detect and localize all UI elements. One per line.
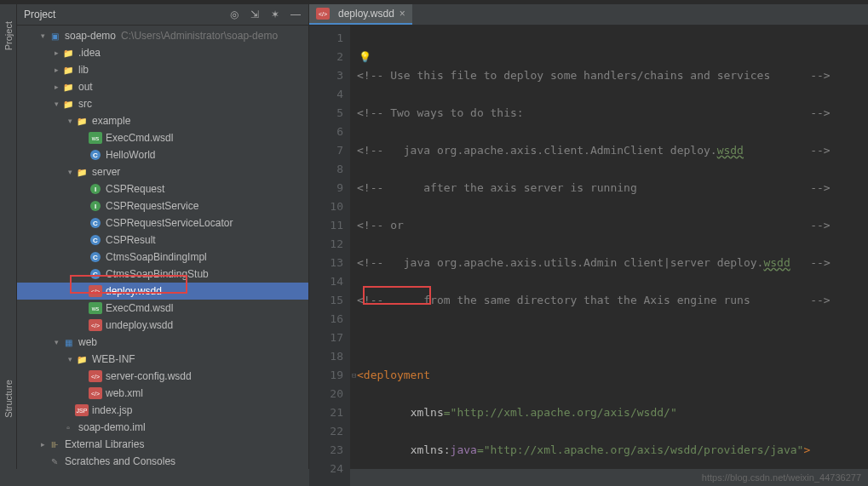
project-panel-title: Project bbox=[24, 9, 228, 20]
project-panel: Project ◎ ⇲ ✶ — ▾▣soap-demoC:\Users\Admi… bbox=[17, 4, 309, 469]
tree-label: CtmsSoapBindingStub bbox=[106, 268, 209, 280]
project-tree[interactable]: ▾▣soap-demoC:\Users\Administrator\soap-d… bbox=[17, 26, 308, 469]
tree-arrow-icon[interactable]: ▾ bbox=[65, 355, 75, 363]
tree-arrow-icon[interactable]: ▸ bbox=[51, 66, 61, 74]
tree-label: CSPRequest bbox=[106, 183, 164, 195]
tree-label: CSPRequestServiceLocator bbox=[106, 217, 233, 229]
tree-row[interactable]: wsExecCmd.wsdl bbox=[17, 300, 308, 317]
line-number: 1 bbox=[313, 29, 343, 48]
tree-row[interactable]: </>deploy.wsdd bbox=[17, 283, 308, 300]
tree-label: server-config.wsdd bbox=[106, 370, 192, 382]
tree-label: web.xml bbox=[106, 387, 143, 399]
line-number: 17 bbox=[313, 329, 343, 347]
tree-row[interactable]: ▾▦web bbox=[17, 334, 308, 351]
line-number: 11 bbox=[313, 216, 343, 235]
tree-row[interactable]: ▾📁example bbox=[17, 112, 308, 129]
tree-label: src bbox=[78, 98, 92, 110]
tree-row[interactable]: ICSPRequestService bbox=[17, 197, 308, 214]
tree-label: example bbox=[92, 115, 130, 127]
tree-row[interactable]: </>server-config.wsdd bbox=[17, 368, 308, 385]
tree-row[interactable]: ✎Scratches and Consoles bbox=[17, 453, 308, 469]
tree-row[interactable]: ICSPRequest bbox=[17, 180, 308, 197]
tree-row[interactable]: CCSPRequestServiceLocator bbox=[17, 214, 308, 232]
editor-area: </> deploy.wsdd × 1234567891011121314151… bbox=[309, 4, 868, 469]
tree-label: deploy.wsdd bbox=[106, 285, 162, 297]
editor-tab-deploy-wsdd[interactable]: </> deploy.wsdd × bbox=[309, 4, 412, 25]
tool-structure-button[interactable]: Structure bbox=[3, 380, 14, 418]
xml-icon: </> bbox=[316, 8, 330, 20]
line-number: 24 bbox=[313, 460, 343, 478]
editor-tab-bar: </> deploy.wsdd × bbox=[309, 4, 868, 26]
tree-arrow-icon[interactable]: ▸ bbox=[37, 440, 48, 449]
tree-row[interactable]: CHelloWorld bbox=[17, 146, 308, 163]
watermark: https://blog.csdn.net/weixin_44736277 bbox=[702, 472, 861, 483]
line-number: 2 bbox=[313, 48, 343, 66]
line-number: 16 bbox=[313, 310, 343, 329]
tree-arrow-icon[interactable]: ▸ bbox=[51, 49, 61, 57]
line-number: 15 bbox=[313, 291, 343, 310]
tree-path: C:\Users\Administrator\soap-demo bbox=[121, 30, 278, 42]
tree-row[interactable]: ▸📁out bbox=[17, 78, 308, 95]
tree-label: lib bbox=[78, 64, 89, 76]
tree-label: ExecCmd.wsdl bbox=[106, 302, 173, 314]
tree-label: out bbox=[78, 81, 93, 93]
tree-row[interactable]: ▸📁lib bbox=[17, 61, 308, 78]
tree-row[interactable]: JSPindex.jsp bbox=[17, 402, 308, 419]
tree-label: CSPResult bbox=[106, 234, 156, 246]
code-content[interactable]: 💡 <!-- Use this file to deploy some hand… bbox=[350, 26, 868, 486]
editor-body[interactable]: 123456789101112131415161718192021222324 … bbox=[309, 26, 868, 486]
tree-row[interactable]: ▫soap-demo.iml bbox=[17, 419, 308, 436]
tree-label: ExecCmd.wsdl bbox=[106, 132, 173, 144]
line-number: 5 bbox=[313, 104, 343, 123]
line-number: 23 bbox=[313, 441, 343, 460]
line-number: 3 bbox=[313, 66, 343, 85]
gear-icon[interactable]: ✶ bbox=[269, 9, 281, 20]
tree-arrow-icon[interactable]: ▾ bbox=[51, 338, 61, 346]
tree-row[interactable]: </>web.xml bbox=[17, 385, 308, 402]
tree-label: WEB-INF bbox=[92, 353, 135, 365]
line-number: 18 bbox=[313, 347, 343, 366]
tree-row[interactable]: CCtmsSoapBindingStub bbox=[17, 266, 308, 283]
tree-row[interactable]: ▾📁server bbox=[17, 163, 308, 180]
tree-label: undeploy.wsdd bbox=[106, 319, 173, 331]
line-number-gutter: 123456789101112131415161718192021222324 bbox=[309, 26, 350, 486]
tree-arrow-icon[interactable]: ▾ bbox=[65, 168, 75, 176]
tree-label: soap-demo.iml bbox=[78, 421, 146, 433]
line-number: 9 bbox=[313, 179, 343, 197]
line-number: 4 bbox=[313, 85, 343, 104]
tree-arrow-icon[interactable]: ▾ bbox=[51, 100, 61, 108]
tree-label: web bbox=[78, 336, 97, 348]
tree-row[interactable]: ▸📁.idea bbox=[17, 44, 308, 61]
tree-arrow-icon[interactable]: ▾ bbox=[37, 31, 48, 40]
tree-row[interactable]: </>undeploy.wsdd bbox=[17, 317, 308, 334]
tree-label: CtmsSoapBindingImpl bbox=[106, 251, 207, 263]
intention-bulb-icon[interactable]: 💡 bbox=[359, 48, 371, 66]
hide-icon[interactable]: — bbox=[290, 9, 302, 20]
tree-arrow-icon[interactable]: ▸ bbox=[51, 83, 61, 91]
tree-row[interactable]: ▾▣soap-demoC:\Users\Administrator\soap-d… bbox=[17, 27, 308, 44]
line-number: 8 bbox=[313, 160, 343, 179]
fold-icon[interactable]: ⊟ bbox=[352, 366, 360, 385]
line-number: 12 bbox=[313, 235, 343, 254]
tree-row[interactable]: ▾📁src bbox=[17, 95, 308, 112]
tree-row[interactable]: ▾📁WEB-INF bbox=[17, 351, 308, 368]
tree-label: soap-demo bbox=[65, 30, 116, 42]
line-number: 6 bbox=[313, 123, 343, 141]
line-number: 22 bbox=[313, 422, 343, 441]
tab-label: deploy.wsdd bbox=[338, 8, 394, 20]
line-number: 21 bbox=[313, 403, 343, 422]
tree-label: server bbox=[92, 166, 120, 178]
line-number: 13 bbox=[313, 254, 343, 272]
line-number: 19 bbox=[313, 366, 343, 385]
tree-label: HelloWorld bbox=[106, 149, 155, 161]
tool-project-button[interactable]: Project bbox=[3, 21, 14, 50]
tree-row[interactable]: CCtmsSoapBindingImpl bbox=[17, 249, 308, 266]
tree-row[interactable]: ▸⊪External Libraries bbox=[17, 436, 308, 453]
expand-icon[interactable]: ⇲ bbox=[249, 9, 261, 20]
line-number: 10 bbox=[313, 197, 343, 216]
tree-row[interactable]: CCSPResult bbox=[17, 232, 308, 249]
locate-icon[interactable]: ◎ bbox=[228, 9, 240, 20]
tree-row[interactable]: wsExecCmd.wsdl bbox=[17, 129, 308, 146]
close-icon[interactable]: × bbox=[400, 8, 405, 20]
tree-arrow-icon[interactable]: ▾ bbox=[65, 117, 75, 125]
